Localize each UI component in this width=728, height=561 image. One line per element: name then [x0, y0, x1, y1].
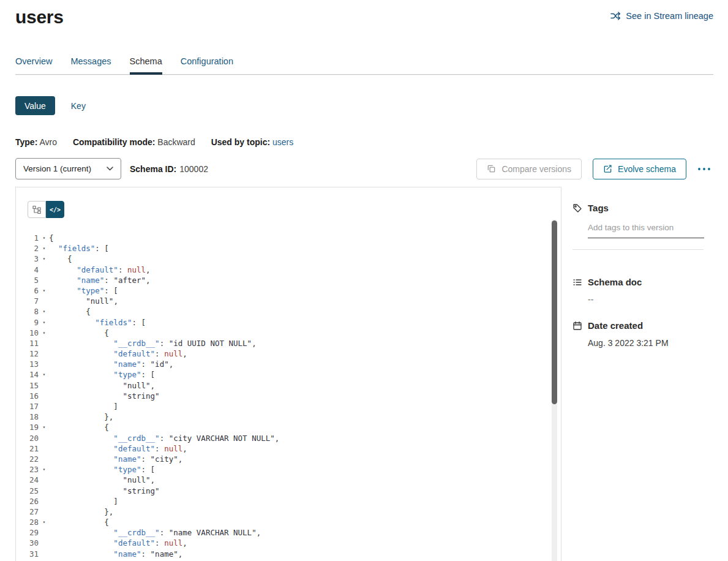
- fold-arrow-icon[interactable]: ▾: [39, 369, 49, 380]
- fold-arrow-icon[interactable]: ▾: [39, 233, 49, 243]
- fold-arrow-icon[interactable]: ▾: [39, 328, 49, 338]
- line-number: 3: [16, 254, 39, 264]
- code-line: 14▾ "type": [: [16, 369, 561, 380]
- line-number: 6: [16, 285, 39, 296]
- page: users See in Stream lineage Overview Mes…: [0, 0, 728, 561]
- type-label: Type:: [15, 137, 37, 147]
- compare-versions-label: Compare versions: [501, 164, 571, 174]
- tab-configuration[interactable]: Configuration: [181, 56, 233, 74]
- code-view-button[interactable]: </>: [46, 201, 64, 218]
- tab-bar: Overview Messages Schema Configuration: [15, 56, 713, 75]
- fold-spacer: [39, 496, 49, 506]
- code-line: 9▾ "fields": [: [16, 317, 561, 328]
- type-group: Type: Avro: [15, 137, 57, 147]
- fold-arrow-icon[interactable]: ▾: [39, 317, 49, 328]
- code-line: 23▾ "type": [: [16, 464, 561, 475]
- fold-spacer: [39, 433, 49, 443]
- code-line: 10▾ {: [16, 328, 561, 338]
- code-content: "type": [: [49, 285, 118, 296]
- stream-lineage-icon: [610, 11, 621, 21]
- code-line: 19▾ {: [16, 422, 561, 432]
- line-number: 11: [16, 338, 39, 348]
- code-content: {: [49, 306, 91, 317]
- fold-arrow-icon[interactable]: ▾: [39, 243, 49, 254]
- code-line: 11 "__crdb__": "id UUID NOT NULL",: [16, 338, 561, 348]
- line-number: 8: [16, 306, 39, 317]
- code-content: "__crdb__": "id UUID NOT NULL",: [49, 338, 257, 348]
- tree-view-icon: [32, 205, 41, 214]
- line-number: 24: [16, 475, 39, 485]
- value-toggle-button[interactable]: Value: [15, 96, 55, 115]
- code-line: 22 "name": "city",: [16, 454, 561, 464]
- fold-spacer: [39, 338, 49, 348]
- line-number: 25: [16, 486, 39, 496]
- code-view-icon: </>: [50, 206, 61, 213]
- code-content: "fields": [: [49, 317, 146, 328]
- line-number: 1: [16, 233, 39, 243]
- line-number: 15: [16, 380, 39, 391]
- compatibility-value: Backward: [157, 137, 195, 147]
- compare-versions-icon: [487, 164, 496, 173]
- fold-spacer: [39, 506, 49, 517]
- compatibility-group: Compatibility mode: Backward: [73, 137, 195, 147]
- fold-arrow-icon[interactable]: ▾: [39, 254, 49, 264]
- code-line: 31 "name": "name",: [16, 549, 561, 559]
- code-content: "default": null,: [49, 538, 187, 548]
- schema-content: </> 1▾{2▾ "fields": [3▾ {4 "default": nu…: [15, 187, 713, 561]
- code-content: "null",: [49, 475, 155, 485]
- evolve-schema-label: Evolve schema: [618, 164, 676, 174]
- tab-overview[interactable]: Overview: [15, 56, 52, 74]
- fold-arrow-icon[interactable]: ▾: [39, 306, 49, 317]
- code-line: 5 "name": "after",: [16, 275, 561, 285]
- fold-spacer: [39, 538, 49, 548]
- add-tags-input[interactable]: [588, 220, 704, 238]
- fold-spacer: [39, 348, 49, 359]
- schema-doc-value: --: [588, 295, 713, 304]
- line-number: 29: [16, 527, 39, 538]
- code-line: 21 "default": null,: [16, 443, 561, 454]
- fold-spacer: [39, 296, 49, 306]
- code-content: "__crdb__": "city VARCHAR NOT NULL",: [49, 433, 279, 443]
- code-content: "string": [49, 391, 160, 401]
- fold-spacer: [39, 475, 49, 485]
- line-number: 23: [16, 464, 39, 475]
- tab-messages[interactable]: Messages: [70, 56, 111, 74]
- line-number: 16: [16, 391, 39, 401]
- schema-code-panel: </> 1▾{2▾ "fields": [3▾ {4 "default": nu…: [15, 187, 561, 561]
- tab-schema[interactable]: Schema: [130, 56, 162, 74]
- version-select-dropdown[interactable]: Version 1 (current): [15, 158, 121, 179]
- tags-header: Tags: [572, 203, 713, 213]
- line-number: 7: [16, 296, 39, 306]
- line-number: 12: [16, 348, 39, 359]
- version-bar: Version 1 (current) Schema ID: 100002 Co…: [15, 158, 713, 179]
- editor-scrollbar-track[interactable]: [552, 219, 557, 561]
- page-header: users See in Stream lineage: [15, 0, 713, 28]
- schema-sidebar: Tags Schema doc --: [561, 187, 713, 561]
- fold-spacer: [39, 359, 49, 369]
- key-toggle-button[interactable]: Key: [71, 101, 86, 111]
- compatibility-label: Compatibility mode:: [73, 137, 156, 147]
- fold-arrow-icon[interactable]: ▾: [39, 464, 49, 475]
- fold-arrow-icon[interactable]: ▾: [39, 422, 49, 432]
- stream-lineage-link[interactable]: See in Stream lineage: [610, 11, 713, 21]
- fold-spacer: [39, 412, 49, 422]
- fold-arrow-icon[interactable]: ▾: [39, 285, 49, 296]
- used-by-topic-link[interactable]: users: [272, 137, 293, 147]
- line-number: 27: [16, 506, 39, 517]
- used-by-topic-label: Used by topic:: [211, 137, 270, 147]
- schema-id-label: Schema ID:: [130, 164, 176, 174]
- tree-view-button[interactable]: [28, 201, 46, 218]
- evolve-schema-button[interactable]: Evolve schema: [593, 159, 686, 179]
- fold-spacer: [39, 443, 49, 454]
- fold-spacer: [39, 486, 49, 496]
- sidebar-divider: [572, 249, 704, 250]
- compare-versions-button[interactable]: Compare versions: [476, 159, 582, 179]
- more-options-button[interactable]: [695, 165, 713, 173]
- code-line: 26 ]: [16, 496, 561, 506]
- fold-arrow-icon[interactable]: ▾: [39, 517, 49, 527]
- list-icon: [572, 277, 582, 287]
- editor-scrollbar-thumb[interactable]: [552, 220, 557, 404]
- code-line: 1▾{: [16, 233, 561, 243]
- code-content: },: [49, 506, 113, 517]
- chevron-down-icon: [107, 167, 113, 171]
